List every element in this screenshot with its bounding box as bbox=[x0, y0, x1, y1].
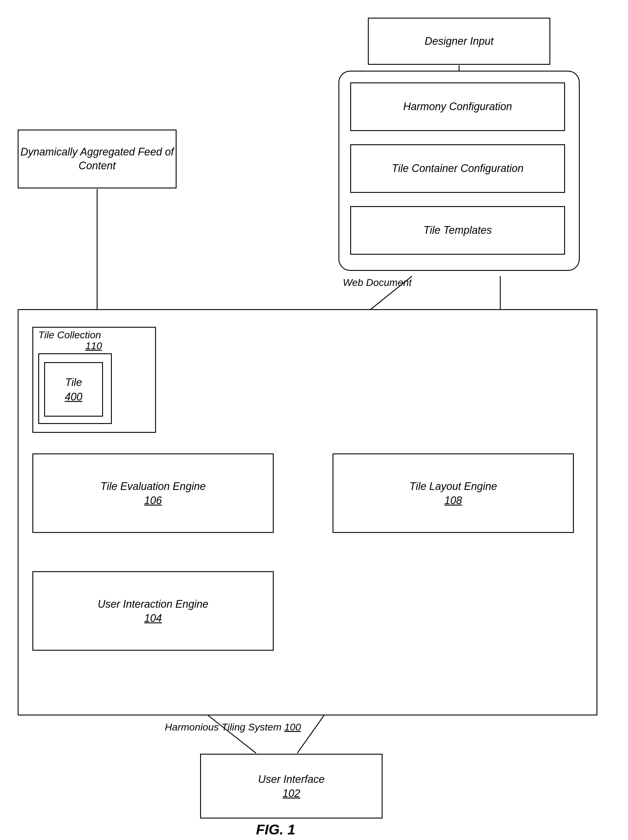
tile-eval-number: 106 bbox=[144, 494, 162, 507]
tile-collection-label: Tile Collection bbox=[38, 329, 101, 341]
designer-input-box: Designer Input bbox=[368, 18, 550, 65]
tile-templates-box: Tile Templates bbox=[350, 206, 565, 255]
designer-input-label: Designer Input bbox=[425, 35, 494, 48]
system-label: Harmonious Tiling System 100 bbox=[165, 722, 301, 733]
user-interaction-box: User Interaction Engine 104 bbox=[32, 571, 274, 651]
tile-inner-box: Tile 400 bbox=[44, 362, 103, 417]
user-interaction-number: 104 bbox=[144, 612, 162, 624]
tile-layout-number: 108 bbox=[444, 494, 462, 507]
user-interface-number: 102 bbox=[283, 787, 300, 800]
tile-container-config-label: Tile Container Configuration bbox=[392, 162, 524, 175]
tile-label: Tile bbox=[65, 376, 82, 390]
tile-layout-box: Tile Layout Engine 108 bbox=[332, 453, 574, 533]
tile-templates-label: Tile Templates bbox=[423, 223, 492, 237]
user-interaction-label: User Interaction Engine bbox=[98, 597, 208, 611]
tile-number: 400 bbox=[65, 391, 82, 403]
diagram: Designer Input Web Document Harmony Conf… bbox=[0, 0, 628, 840]
user-interface-label: User Interface bbox=[258, 772, 324, 786]
harmony-config-box: Harmony Configuration bbox=[350, 82, 565, 131]
harmony-config-label: Harmony Configuration bbox=[403, 100, 512, 114]
tile-layout-label: Tile Layout Engine bbox=[409, 480, 497, 493]
dynamic-feed-label: Dynamically Aggregated Feed of Content bbox=[19, 145, 176, 173]
figure-label: FIG. 1 bbox=[256, 821, 295, 838]
dynamic-feed-box: Dynamically Aggregated Feed of Content bbox=[18, 129, 176, 188]
tile-eval-box: Tile Evaluation Engine 106 bbox=[32, 453, 274, 533]
tile-eval-label: Tile Evaluation Engine bbox=[100, 480, 206, 493]
user-interface-box: User Interface 102 bbox=[200, 754, 382, 818]
tile-collection-number: 110 bbox=[85, 340, 102, 352]
web-document-label: Web Document bbox=[343, 277, 412, 288]
tile-container-config-box: Tile Container Configuration bbox=[350, 144, 565, 193]
